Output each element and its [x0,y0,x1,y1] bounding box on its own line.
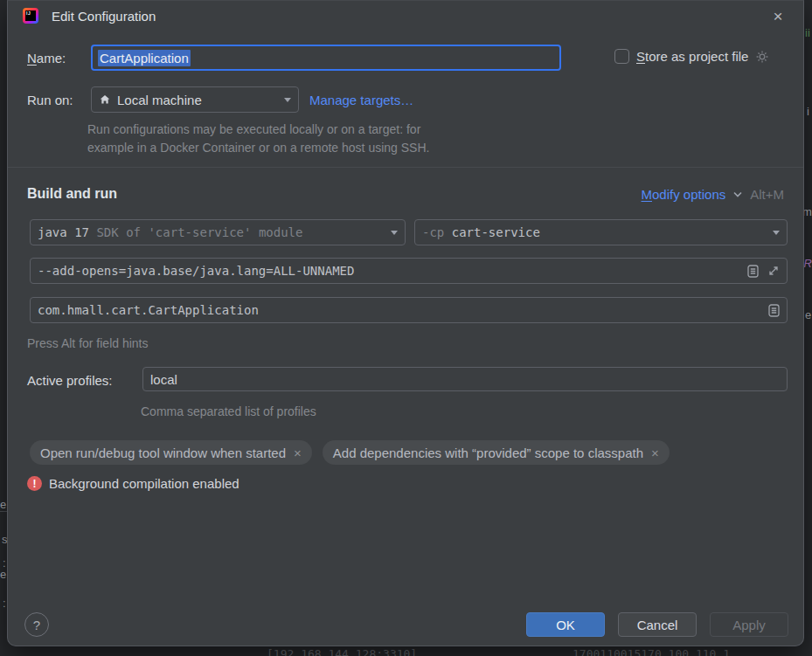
screen: e s : e : ii i m IR e [192.168.144.128:3… [0,0,812,656]
gear-icon[interactable] [755,50,769,64]
background-divider [0,511,7,512]
background-editor-glyph: ii [805,27,810,38]
home-icon [99,93,111,106]
store-as-project-file-label[interactable]: Store as project file [636,49,748,64]
chevron-down-icon [284,98,291,102]
run-on-hint-line2: example in a Docker Container or on a re… [87,141,429,155]
classpath-value: cart-service [452,225,540,239]
intellij-logo-icon: IJ [23,8,38,24]
name-label: Name: [27,51,66,66]
background-editor-glyph: e [0,499,6,510]
option-chips-row: Open run/debug tool window when started … [30,440,670,465]
modify-options-mnemonic: M [642,187,653,202]
classpath-flag: -cp [422,225,452,239]
background-console-text: 1700110015170 100 110 1 [573,647,730,656]
expand-icon[interactable] [767,265,780,277]
name-label-mnemonic: N [27,51,37,66]
close-icon[interactable]: × [651,445,659,460]
background-editor-glyph: e [0,569,6,580]
chip-open-run-debug-tool-window[interactable]: Open run/debug tool window when started … [30,440,312,465]
chevron-down-icon [391,231,398,235]
close-icon[interactable]: × [767,6,788,27]
edit-configuration-dialog: IJ Edit Configuration × Name: CartApplic… [7,0,804,646]
jre-dropdown[interactable]: java 17 SDK of 'cart-service' module [30,219,406,245]
modify-options-link[interactable]: Modify options [642,187,726,202]
intellij-logo-letters: IJ [25,10,36,21]
run-on-label: Run on: [27,93,73,107]
ok-button[interactable]: OK [526,612,605,637]
main-class-input[interactable]: com.hmall.cart.CartApplication [30,297,788,323]
modify-options-rest: odify options [652,187,725,202]
name-label-rest: ame: [37,51,66,66]
notice-text: Background compilation enabled [49,476,239,491]
jre-description: SDK of 'cart-service' module [89,225,302,239]
jre-value: java 17 [38,225,89,239]
background-editor-glyph: i [807,106,809,117]
main-class-icons [768,304,780,317]
main-class-value: com.hmall.cart.CartApplication [38,303,259,317]
field-hints-text: Press Alt for field hints [27,336,149,350]
manage-targets-link[interactable]: Manage targets… [309,93,413,107]
background-compilation-notice: ! Background compilation enabled [27,476,239,491]
modify-options-group: Modify options Alt+M [642,187,785,202]
error-icon: ! [27,476,42,491]
classpath-dropdown[interactable]: -cp cart-service [414,219,788,245]
name-input-selected-text: CartApplication [98,50,191,66]
background-console-text: [192.168.144.128:3310] [267,647,417,656]
apply-button: Apply [710,612,788,637]
modify-options-shortcut: Alt+M [750,187,784,202]
active-profiles-input[interactable]: local [142,367,788,391]
store-label-mnemonic: S [636,49,645,64]
build-and-run-heading: Build and run [27,186,117,202]
vm-options-icons [747,265,780,278]
help-button[interactable]: ? [24,612,49,637]
cancel-button[interactable]: Cancel [618,612,697,637]
chevron-down-icon [773,231,780,235]
store-as-project-file-group: Store as project file [614,49,769,64]
chip-label: Add dependencies with “provided” scope t… [333,445,643,460]
run-on-selected-value: Local machine [117,93,202,107]
chip-add-provided-dependencies[interactable]: Add dependencies with “provided” scope t… [323,440,670,465]
chevron-down-icon [733,191,742,197]
run-on-dropdown[interactable]: Local machine [91,86,299,113]
active-profiles-hint: Comma separated list of profiles [141,404,316,418]
run-on-hint-line1: Run configurations may be executed local… [87,122,420,136]
chip-label: Open run/debug tool window when started [40,445,286,460]
list-icon[interactable] [747,265,759,278]
vm-options-value: --add-opens=java.base/java.lang=ALL-UNNA… [38,264,354,278]
background-editor-glyph: : [3,597,6,609]
background-editor-glyph: e [805,309,811,321]
section-divider [8,167,803,168]
store-label-rest: tore as project file [645,49,748,64]
vm-options-input[interactable]: --add-opens=java.base/java.lang=ALL-UNNA… [30,258,788,284]
name-input[interactable]: CartApplication [91,45,561,71]
dialog-title: Edit Configuration [52,9,156,24]
close-icon[interactable]: × [294,445,302,460]
active-profiles-label: Active profiles: [27,373,113,388]
list-icon[interactable] [768,304,780,317]
active-profiles-value: local [150,372,177,387]
store-as-project-file-checkbox[interactable] [614,49,629,64]
